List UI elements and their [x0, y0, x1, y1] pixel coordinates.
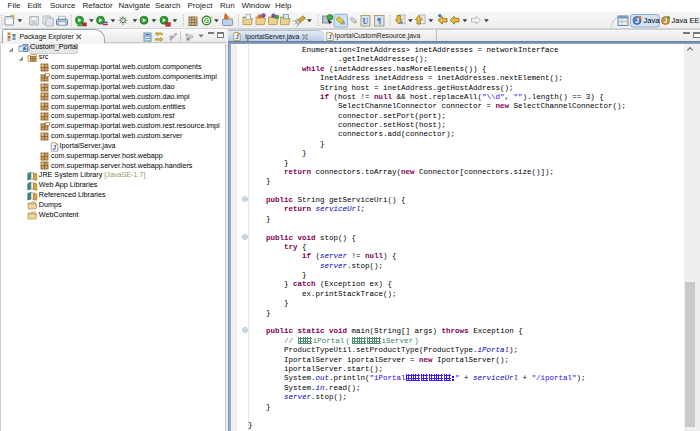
svg-text:J: J: [328, 34, 331, 40]
svg-text:Java: Java: [644, 16, 661, 25]
svg-text:J: J: [235, 34, 238, 40]
svg-text:G: G: [204, 17, 209, 24]
svg-text:¶: ¶: [377, 17, 381, 26]
svg-text:U: U: [363, 17, 369, 26]
svg-text:Java EE: Java EE: [672, 16, 700, 25]
